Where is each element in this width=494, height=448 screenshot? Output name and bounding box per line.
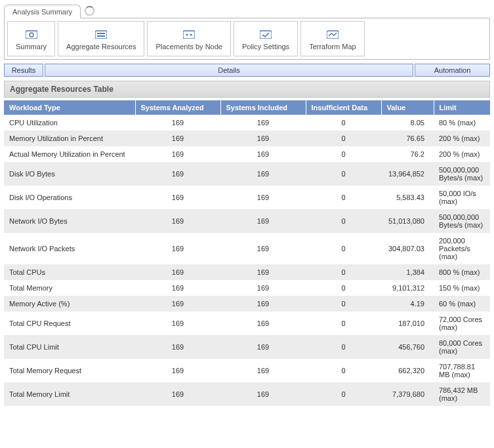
col-label: Insufficient Data: [312, 104, 368, 112]
cell-c4: 0: [306, 382, 381, 406]
col-label: Value: [387, 104, 406, 112]
subtab-results[interactable]: Results: [4, 64, 43, 77]
subtab-automation[interactable]: Automation: [415, 64, 490, 77]
cell-c1: Network I/O Packets: [4, 233, 135, 264]
toolbar-summary-button[interactable]: Summary: [7, 21, 55, 56]
toolbar: Summary Aggregate Resources Placements b…: [4, 18, 490, 60]
cell-c6: 200 % (max): [434, 131, 490, 146]
aggregate-resources-table: Workload Type Systems Analyzed Systems I…: [4, 100, 490, 406]
subtab-label: Results: [12, 66, 36, 74]
col-systems-analyzed[interactable]: Systems Analyzed: [135, 100, 220, 115]
tab-bar: Analysis Summary: [4, 4, 490, 18]
cell-c3: 169: [220, 296, 306, 312]
cell-c5: 13,964,852: [381, 162, 434, 186]
cell-c5: 76.2: [381, 146, 434, 162]
cell-c6: 50,000 IO/s (max): [434, 186, 490, 209]
cell-c1: Total Memory Request: [4, 359, 135, 382]
tab-analysis-summary[interactable]: Analysis Summary: [4, 5, 81, 18]
cell-c2: 169: [135, 131, 220, 146]
aggregate-icon: [95, 30, 107, 39]
cell-c4: 0: [306, 280, 381, 296]
subtab-label: Automation: [434, 66, 471, 74]
cell-c1: Disk I/O Bytes: [4, 162, 135, 186]
table-row: CPU Utilization16916908.0580 % (max): [4, 115, 490, 131]
cell-c5: 51,013,080: [381, 209, 434, 233]
cell-c2: 169: [135, 280, 220, 296]
svg-rect-3: [97, 33, 105, 34]
table-row: Total Memory Request1691690662,320707,78…: [4, 359, 490, 382]
cell-c3: 169: [220, 233, 306, 264]
section-title-text: Aggregate Resources Table: [10, 85, 113, 94]
svg-point-6: [186, 33, 188, 35]
cell-c3: 169: [220, 359, 306, 382]
policy-icon: [260, 30, 272, 39]
col-label: Limit: [440, 104, 457, 112]
cell-c4: 0: [306, 233, 381, 264]
cell-c5: 187,010: [381, 312, 434, 335]
summary-icon: [26, 30, 37, 39]
cell-c1: Total Memory Limit: [4, 382, 135, 406]
cell-c4: 0: [306, 146, 381, 162]
table-row: Network I/O Packets1691690304,807.03200,…: [4, 233, 490, 264]
table-row: Network I/O Bytes169169051,013,080500,00…: [4, 209, 490, 233]
col-value[interactable]: Value: [381, 100, 434, 115]
cell-c2: 169: [135, 146, 220, 162]
cell-c5: 1,384: [381, 264, 434, 280]
cell-c6: 500,000,000 Bytes/s (max): [434, 162, 490, 186]
cell-c4: 0: [306, 264, 381, 280]
col-workload-type[interactable]: Workload Type: [4, 100, 135, 115]
toolbar-policy-button[interactable]: Policy Settings: [234, 21, 298, 56]
cell-c6: 500,000,000 Bytes/s (max): [434, 209, 490, 233]
cell-c5: 456,760: [381, 335, 434, 359]
subtab-label: Details: [218, 66, 240, 74]
cell-c1: Actual Memory Utilization in Percent: [4, 146, 135, 162]
cell-c4: 0: [306, 162, 381, 186]
cell-c4: 0: [306, 335, 381, 359]
toolbar-label: Terraform Map: [309, 43, 356, 51]
section-title: Aggregate Resources Table: [4, 81, 490, 98]
cell-c6: 80,000 Cores (max): [434, 335, 490, 359]
cell-c5: 7,379,680: [381, 382, 434, 406]
cell-c4: 0: [306, 131, 381, 146]
table-row: Disk I/O Operations16916905,583.4350,000…: [4, 186, 490, 209]
cell-c6: 786,432 MB (max): [434, 382, 490, 406]
cell-c1: Disk I/O Operations: [4, 186, 135, 209]
cell-c4: 0: [306, 209, 381, 233]
toolbar-aggregate-button[interactable]: Aggregate Resources: [58, 21, 144, 56]
cell-c1: Total CPU Limit: [4, 335, 135, 359]
cell-c3: 169: [220, 382, 306, 406]
toolbar-label: Policy Settings: [242, 43, 289, 51]
table-body: CPU Utilization16916908.0580 % (max)Memo…: [4, 115, 490, 406]
col-systems-included[interactable]: Systems Included: [220, 100, 306, 115]
cell-c2: 169: [135, 382, 220, 406]
terraform-icon: [327, 30, 339, 39]
cell-c1: Memory Utilization in Percent: [4, 131, 135, 146]
cell-c3: 169: [220, 115, 306, 131]
table-row: Total Memory16916909,101,312150 % (max): [4, 280, 490, 296]
table-row: Memory Utilization in Percent169169076.6…: [4, 131, 490, 146]
cell-c6: 200,000 Packets/s (max): [434, 233, 490, 264]
cell-c1: Memory Active (%): [4, 296, 135, 312]
svg-rect-8: [260, 31, 272, 39]
table-row: Disk I/O Bytes169169013,964,852500,000,0…: [4, 162, 490, 186]
toolbar-label: Summary: [16, 43, 47, 51]
toolbar-terraform-button[interactable]: Terraform Map: [300, 21, 365, 56]
subtab-details[interactable]: Details: [45, 64, 413, 77]
cell-c1: CPU Utilization: [4, 115, 135, 131]
cell-c5: 9,101,312: [381, 280, 434, 296]
cell-c5: 76.65: [381, 131, 434, 146]
cell-c3: 169: [220, 280, 306, 296]
cell-c3: 169: [220, 162, 306, 186]
cell-c4: 0: [306, 186, 381, 209]
svg-point-7: [190, 33, 192, 35]
cell-c2: 169: [135, 312, 220, 335]
cell-c6: 200 % (max): [434, 146, 490, 162]
cell-c2: 169: [135, 296, 220, 312]
cell-c3: 169: [220, 209, 306, 233]
col-limit[interactable]: Limit: [434, 100, 490, 115]
cell-c6: 150 % (max): [434, 280, 490, 296]
cell-c2: 169: [135, 233, 220, 264]
col-insufficient-data[interactable]: Insufficient Data: [306, 100, 381, 115]
cell-c2: 169: [135, 115, 220, 131]
toolbar-placements-button[interactable]: Placements by Node: [147, 21, 231, 56]
